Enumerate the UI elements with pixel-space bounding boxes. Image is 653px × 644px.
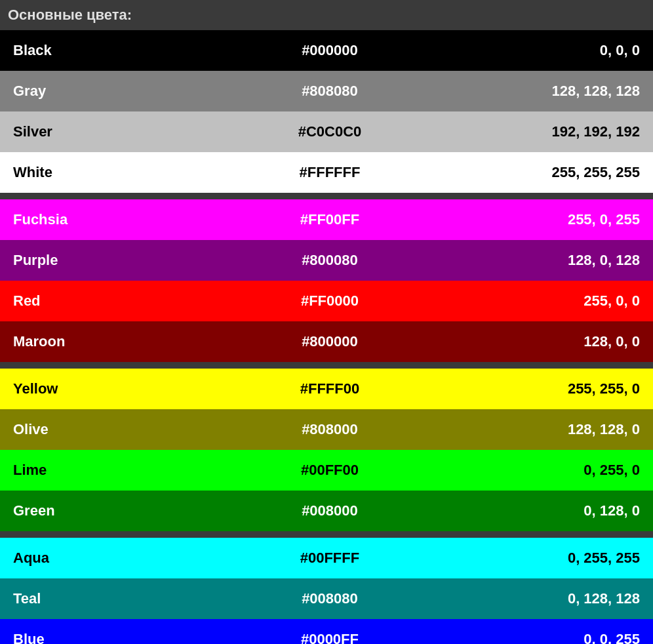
color-rgb: 128, 128, 0 [437, 409, 653, 450]
color-hex: #FF00FF [222, 199, 438, 240]
color-name: Silver [0, 111, 222, 152]
color-rgb: 128, 0, 0 [437, 321, 653, 362]
color-rgb: 255, 0, 0 [437, 281, 653, 321]
color-name: Green [0, 491, 222, 531]
color-name: Aqua [0, 538, 222, 578]
color-hex: #800080 [222, 240, 438, 281]
color-name: Yellow [0, 369, 222, 409]
table-row: Blue#0000FF0, 0, 255 [0, 619, 653, 644]
color-rgb: 255, 255, 0 [437, 369, 653, 409]
color-name: Olive [0, 409, 222, 450]
table-row: Silver#C0C0C0192, 192, 192 [0, 111, 653, 152]
color-name: Blue [0, 619, 222, 644]
color-hex: #008080 [222, 578, 438, 619]
color-name: Lime [0, 450, 222, 491]
color-hex: #808000 [222, 409, 438, 450]
color-hex: #008000 [222, 491, 438, 531]
color-rgb: 0, 255, 255 [437, 538, 653, 578]
table-row: Gray#808080128, 128, 128 [0, 71, 653, 111]
table-row: Maroon#800000128, 0, 0 [0, 321, 653, 362]
color-name: Fuchsia [0, 199, 222, 240]
table-row: Lime#00FF000, 255, 0 [0, 450, 653, 491]
color-name: Maroon [0, 321, 222, 362]
color-rgb: 0, 128, 0 [437, 491, 653, 531]
table-row: Teal#0080800, 128, 128 [0, 578, 653, 619]
color-hex: #000000 [222, 30, 438, 71]
color-table: Black#0000000, 0, 0Gray#808080128, 128, … [0, 30, 653, 644]
color-hex: #FFFF00 [222, 369, 438, 409]
color-hex: #00FFFF [222, 538, 438, 578]
table-row: Olive#808000128, 128, 0 [0, 409, 653, 450]
page-title: Основные цвета: [0, 0, 653, 30]
color-name: Black [0, 30, 222, 71]
color-rgb: 255, 255, 255 [437, 152, 653, 193]
color-rgb: 192, 192, 192 [437, 111, 653, 152]
table-row: Fuchsia#FF00FF255, 0, 255 [0, 199, 653, 240]
color-name: Teal [0, 578, 222, 619]
color-rgb: 128, 0, 128 [437, 240, 653, 281]
color-hex: #FFFFFF [222, 152, 438, 193]
color-rgb: 0, 255, 0 [437, 450, 653, 491]
color-hex: #800000 [222, 321, 438, 362]
color-rgb: 0, 0, 255 [437, 619, 653, 644]
color-rgb: 0, 128, 128 [437, 578, 653, 619]
table-row: Black#0000000, 0, 0 [0, 30, 653, 71]
color-hex: #C0C0C0 [222, 111, 438, 152]
table-row: Yellow#FFFF00255, 255, 0 [0, 369, 653, 409]
color-hex: #00FF00 [222, 450, 438, 491]
color-hex: #0000FF [222, 619, 438, 644]
color-rgb: 255, 0, 255 [437, 199, 653, 240]
color-rgb: 0, 0, 0 [437, 30, 653, 71]
color-name: Red [0, 281, 222, 321]
table-row: Red#FF0000255, 0, 0 [0, 281, 653, 321]
table-row: Purple#800080128, 0, 128 [0, 240, 653, 281]
color-rgb: 128, 128, 128 [437, 71, 653, 111]
table-row: Aqua#00FFFF0, 255, 255 [0, 538, 653, 578]
color-hex: #808080 [222, 71, 438, 111]
color-name: Purple [0, 240, 222, 281]
color-name: Gray [0, 71, 222, 111]
color-hex: #FF0000 [222, 281, 438, 321]
color-name: White [0, 152, 222, 193]
table-row: White#FFFFFF255, 255, 255 [0, 152, 653, 193]
table-row: Green#0080000, 128, 0 [0, 491, 653, 531]
